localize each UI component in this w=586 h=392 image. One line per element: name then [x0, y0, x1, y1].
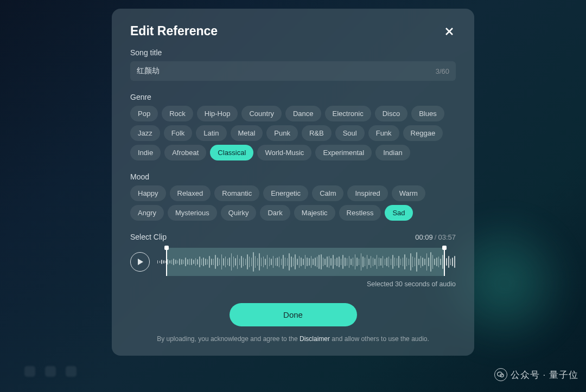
watermark: 公众号 · 量子位	[494, 368, 578, 381]
genre-chip[interactable]: Funk	[368, 125, 399, 141]
genre-chip[interactable]: Hip-Hop	[197, 106, 238, 121]
modal-title: Edit Reference	[130, 24, 218, 38]
close-icon	[444, 27, 454, 36]
genre-chip[interactable]: Latin	[196, 125, 226, 141]
genre-chip[interactable]: Blues	[411, 106, 444, 121]
song-title-input[interactable]	[130, 61, 456, 81]
genre-chip[interactable]: Indie	[130, 145, 161, 160]
genre-chip[interactable]: Electronic	[325, 106, 371, 121]
mood-chip[interactable]: Relaxed	[170, 185, 211, 201]
mood-chip[interactable]: Calm	[312, 185, 343, 201]
genre-chip[interactable]: Disco	[375, 106, 408, 121]
genre-chip[interactable]: Classical	[210, 145, 253, 160]
play-button[interactable]	[130, 252, 150, 272]
mood-chip[interactable]: Dark	[260, 205, 290, 221]
clip-time: 00:09/03:57	[415, 233, 456, 241]
mood-chip-row: HappyRelaxedRomanticEnergeticCalmInspire…	[130, 185, 456, 221]
mood-chip[interactable]: Restless	[339, 205, 381, 221]
mood-chip[interactable]: Warm	[392, 185, 425, 201]
mood-chip[interactable]: Inspired	[347, 185, 387, 201]
selected-clip-info: Selected 30 seconds of audio	[130, 280, 456, 288]
background-decor	[24, 366, 77, 377]
genre-chip[interactable]: Dance	[285, 106, 321, 121]
char-count: 3/60	[436, 67, 449, 75]
mood-label: Mood	[130, 172, 456, 181]
disclaimer-text: By uploading, you acknowledge and agree …	[130, 335, 456, 343]
genre-chip[interactable]: Metal	[231, 125, 263, 141]
genre-chip[interactable]: Reggae	[403, 125, 443, 141]
watermark-label: 公众号 · 量子位	[511, 369, 578, 381]
close-button[interactable]	[443, 25, 456, 38]
genre-chip[interactable]: Pop	[130, 106, 158, 121]
genre-label: Genre	[130, 93, 456, 101]
mood-chip[interactable]: Quirky	[221, 205, 257, 221]
mood-chip[interactable]: Happy	[130, 185, 166, 201]
genre-chip[interactable]: Folk	[164, 125, 193, 141]
mood-chip[interactable]: Energetic	[263, 185, 308, 201]
genre-chip[interactable]: Country	[241, 106, 282, 121]
done-button[interactable]: Done	[230, 303, 357, 326]
clip-current-time: 00:09	[415, 233, 433, 241]
wechat-icon	[494, 368, 507, 381]
genre-chip[interactable]: Indian	[375, 145, 410, 160]
mood-chip[interactable]: Majestic	[294, 205, 335, 221]
mood-chip[interactable]: Mysterious	[168, 205, 217, 221]
genre-chip[interactable]: Experimental	[315, 145, 372, 160]
genre-chip[interactable]: R&B	[302, 125, 332, 141]
genre-chip[interactable]: World-Music	[257, 145, 311, 160]
disclaimer-link[interactable]: Disclaimer	[300, 335, 330, 343]
mood-chip[interactable]: Angry	[130, 205, 164, 221]
waveform-selector[interactable]	[156, 248, 456, 276]
select-clip-label: Select Clip	[130, 233, 167, 241]
mood-chip[interactable]: Romantic	[214, 185, 259, 201]
clip-total-time: 03:57	[438, 233, 456, 241]
genre-chip[interactable]: Jazz	[130, 125, 160, 141]
mood-chip[interactable]: Sad	[385, 205, 412, 221]
genre-chip[interactable]: Punk	[266, 125, 298, 141]
play-icon	[137, 258, 144, 266]
edit-reference-modal: Edit Reference Song title 3/60 Genre Pop…	[112, 9, 474, 356]
genre-chip-row: PopRockHip-HopCountryDanceElectronicDisc…	[130, 106, 456, 160]
genre-chip[interactable]: Rock	[162, 106, 193, 121]
genre-chip[interactable]: Soul	[335, 125, 365, 141]
genre-chip[interactable]: Afrobeat	[164, 145, 206, 160]
song-title-label: Song title	[130, 48, 456, 57]
